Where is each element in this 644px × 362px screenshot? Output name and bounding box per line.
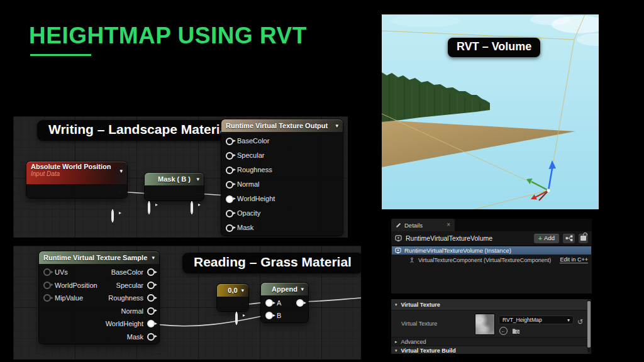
node-title: Runtime Virtual Texture Sample <box>43 254 147 261</box>
caption-grass-material: Reading – Grass Material <box>182 253 361 273</box>
pin-label: WorldHeight <box>106 320 143 327</box>
pin-label: WorldHeight <box>237 195 275 202</box>
output-pin[interactable] <box>147 268 155 276</box>
scrollbar[interactable] <box>587 300 591 352</box>
input-pin[interactable] <box>226 138 233 145</box>
chevron-down-icon[interactable]: ▾ <box>119 168 123 174</box>
asset-thumbnail[interactable] <box>475 314 495 335</box>
node-title: Mask ( B ) <box>158 175 191 183</box>
input-pin[interactable] <box>43 294 51 302</box>
input-pin[interactable] <box>226 181 233 189</box>
add-button[interactable]: + Add <box>534 234 559 243</box>
pin-row: Roughness <box>221 163 343 177</box>
component-label: VirtualTextureComponent (VirtualTextureC… <box>418 257 551 263</box>
tab-details[interactable]: Details × <box>391 219 455 231</box>
node-absolute-world-position[interactable]: Absolute World Position Input Data ▾ <box>26 162 127 198</box>
input-pin-b[interactable] <box>265 312 273 319</box>
virtual-texture-panel: ▾ Virtual Texture Virtual Texture RVT_He… <box>391 299 591 354</box>
caption-rvt-volume: RVT – Volume <box>448 38 540 57</box>
pin-label: Normal <box>121 307 143 315</box>
node-header[interactable]: Mask ( B ) ▾ <box>145 173 204 185</box>
asset-dropdown[interactable]: RVT_HeightMap ▾ <box>499 315 574 324</box>
input-pin-worldheight[interactable] <box>226 195 233 203</box>
pin-row: MipValue Roughness <box>39 292 159 305</box>
browse-to-asset-icon[interactable] <box>512 327 520 334</box>
pin-row: B <box>261 309 308 322</box>
output-pin[interactable] <box>147 282 155 289</box>
output-pin[interactable] <box>111 209 114 222</box>
use-selected-asset-icon[interactable]: ← <box>499 327 508 335</box>
output-pin[interactable] <box>191 201 193 214</box>
pin-label: B <box>277 312 281 319</box>
output-pin[interactable] <box>147 307 155 315</box>
output-pin[interactable] <box>147 294 155 302</box>
chevron-down-icon[interactable]: ▾ <box>196 177 199 182</box>
node-header[interactable]: Absolute World Position Input Data ▾ <box>26 162 127 184</box>
chevron-down-icon[interactable]: ▾ <box>152 255 155 261</box>
input-pin-a[interactable] <box>265 299 273 307</box>
graph-panel-reading[interactable]: Runtime Virtual Texture Sample ▾ UVs Bas… <box>13 246 361 359</box>
node-rvt-sample[interactable]: Runtime Virtual Texture Sample ▾ UVs Bas… <box>39 251 159 344</box>
pin-label: BaseColor <box>111 268 143 276</box>
output-pin[interactable] <box>296 299 304 307</box>
section-advanced[interactable]: ▸ Advanced <box>391 337 587 346</box>
node-mask-b[interactable]: Mask ( B ) ▾ <box>145 173 204 200</box>
component-icon <box>409 257 415 263</box>
close-icon[interactable]: × <box>447 222 450 228</box>
caret-down-icon[interactable]: ▾ <box>395 302 397 307</box>
pin-label: Mask <box>127 333 143 341</box>
component-row[interactable]: VirtualTextureComponent (VirtualTextureC… <box>391 255 592 265</box>
caret-down-icon[interactable]: ▾ <box>395 348 397 353</box>
node-title: 0,0 <box>228 287 237 294</box>
output-pin-worldheight[interactable] <box>147 320 155 327</box>
actor-icon <box>395 235 402 242</box>
blueprint-button[interactable] <box>563 234 575 243</box>
node-rvt-output[interactable]: Runtime Virtual Texture Output ▾ BaseCol… <box>221 119 343 236</box>
pin-label: Opacity <box>237 210 260 217</box>
pin-row: UVs BaseColor <box>39 266 159 279</box>
section-virtual-texture-build[interactable]: ▾ Virtual Texture Build <box>391 346 587 354</box>
scrollbar-thumb[interactable] <box>587 301 591 348</box>
node-header[interactable]: Runtime Virtual Texture Output ▾ <box>221 119 343 132</box>
input-pin[interactable] <box>226 224 233 232</box>
pin-label: MipValue <box>55 294 83 302</box>
input-pin[interactable] <box>43 282 51 289</box>
caret-right-icon[interactable]: ▸ <box>395 339 397 344</box>
pin-row: Normal <box>221 177 343 192</box>
node-append[interactable]: Append ▾ A B <box>261 283 308 322</box>
lock-button[interactable] <box>579 234 588 243</box>
pin-label: WorldPosition <box>55 282 97 289</box>
output-pin[interactable] <box>147 333 155 341</box>
details-panel: Details × RuntimeVirtualTextureVolume + … <box>391 219 592 293</box>
reset-to-default-icon[interactable]: ↺ <box>577 319 583 326</box>
pin-row: Mask <box>221 221 343 235</box>
graph-panel-writing[interactable]: Writing – Landscape Material Absolute Wo… <box>13 116 348 238</box>
instance-row-selected[interactable]: RuntimeVirtualTextureVolume (Instance) <box>392 246 591 255</box>
chevron-down-icon[interactable]: ▾ <box>241 288 244 293</box>
viewport-3d[interactable]: RVT – Volume <box>382 14 599 209</box>
chevron-down-icon[interactable]: ▾ <box>301 287 304 292</box>
input-pin[interactable] <box>226 210 233 217</box>
pin-row: BaseColor <box>221 134 343 148</box>
pin-label: BaseColor <box>237 138 269 145</box>
output-pin[interactable] <box>235 312 238 325</box>
virtual-texture-property-row: Virtual Texture RVT_HeightMap ▾ ← ↺ <box>391 310 587 337</box>
gizmo-origin[interactable] <box>547 189 550 192</box>
node-header[interactable]: Runtime Virtual Texture Sample ▾ <box>39 251 159 264</box>
node-constant-00[interactable]: 0,0 ▾ <box>217 284 248 311</box>
details-tab-bar: Details × <box>391 219 592 231</box>
node-header[interactable]: Append ▾ <box>261 283 308 295</box>
pin-row: WorldHeight <box>221 192 343 206</box>
node-header[interactable]: 0,0 ▾ <box>217 284 248 297</box>
input-pin[interactable] <box>226 167 233 174</box>
pin-label: A <box>277 299 281 307</box>
chevron-down-icon[interactable]: ▾ <box>335 123 338 129</box>
input-pin[interactable] <box>226 152 233 160</box>
plus-icon: + <box>538 235 542 242</box>
input-pin[interactable] <box>148 201 150 214</box>
actor-name: RuntimeVirtualTextureVolume <box>406 234 492 242</box>
edit-in-cpp-link[interactable]: Edit in C++ <box>560 257 588 264</box>
input-pin[interactable] <box>43 268 51 276</box>
blueprint-icon <box>565 235 573 241</box>
section-virtual-texture[interactable]: ▾ Virtual Texture <box>391 299 587 310</box>
